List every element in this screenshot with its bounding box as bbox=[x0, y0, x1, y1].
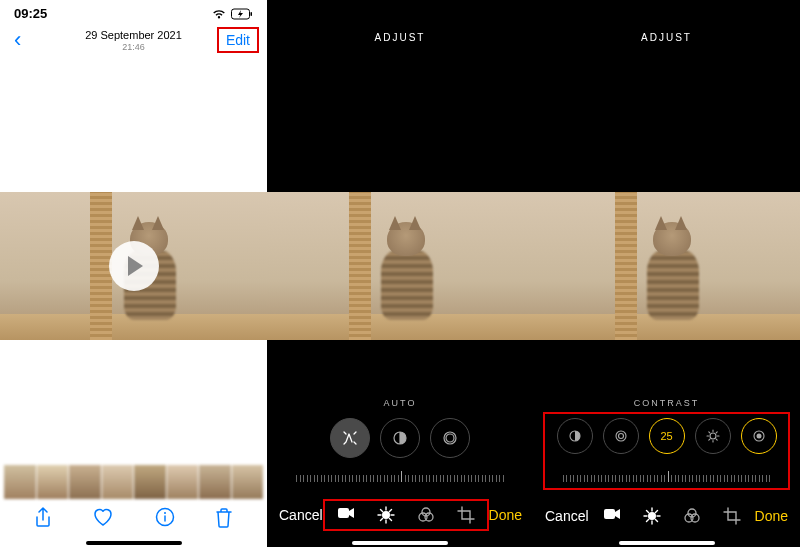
filters-tab-icon[interactable] bbox=[683, 507, 701, 525]
status-time: 09:25 bbox=[14, 6, 47, 21]
svg-point-3 bbox=[164, 512, 166, 514]
thumbnail[interactable] bbox=[232, 465, 264, 499]
svg-point-12 bbox=[616, 431, 626, 441]
thumbnail[interactable] bbox=[69, 465, 101, 499]
photos-detail-screen: 09:25 ‹ 29 September 2021 21:46 Edit bbox=[0, 0, 267, 547]
thumbnail[interactable] bbox=[37, 465, 69, 499]
edit-button[interactable]: Edit bbox=[217, 27, 259, 53]
mode-label: AUTO bbox=[267, 398, 533, 408]
cancel-button[interactable]: Cancel bbox=[279, 507, 323, 523]
svg-point-16 bbox=[756, 434, 761, 439]
video-preview[interactable] bbox=[267, 192, 533, 340]
home-indicator[interactable] bbox=[619, 541, 715, 545]
nav-bar: ‹ 29 September 2021 21:46 Edit bbox=[0, 23, 267, 59]
svg-point-14 bbox=[710, 433, 716, 439]
crop-tab-icon[interactable] bbox=[723, 507, 741, 525]
black-point-dial[interactable] bbox=[741, 418, 777, 454]
value-slider[interactable] bbox=[281, 468, 519, 482]
video-preview[interactable] bbox=[0, 192, 267, 340]
nav-date: 29 September 2021 bbox=[85, 29, 182, 41]
status-right bbox=[211, 8, 253, 20]
brightness-dial[interactable] bbox=[695, 418, 731, 454]
adjustment-dials: 25 bbox=[533, 418, 800, 454]
home-indicator[interactable] bbox=[86, 541, 182, 545]
thumbnail-strip[interactable] bbox=[4, 465, 263, 499]
done-button[interactable]: Done bbox=[755, 508, 788, 524]
edit-adjust-contrast-screen: ADJUST CONTRAST 25 Cancel bbox=[533, 0, 800, 547]
nav-time: 21:46 bbox=[85, 42, 182, 52]
value-slider[interactable] bbox=[547, 468, 786, 482]
adjust-tab-icon[interactable] bbox=[377, 506, 395, 524]
contrast-dial[interactable]: 25 bbox=[649, 418, 685, 454]
info-button[interactable] bbox=[155, 507, 175, 529]
editor-tool-tabs bbox=[323, 499, 489, 531]
wifi-icon bbox=[211, 8, 227, 20]
auto-dial[interactable] bbox=[330, 418, 370, 458]
favorite-button[interactable] bbox=[92, 507, 114, 529]
status-bar: 09:25 bbox=[0, 0, 267, 23]
video-tab-icon[interactable] bbox=[337, 506, 355, 524]
thumbnail[interactable] bbox=[134, 465, 166, 499]
thumbnail[interactable] bbox=[167, 465, 199, 499]
video-tab-icon[interactable] bbox=[603, 507, 621, 525]
play-button[interactable] bbox=[109, 241, 159, 291]
thumbnail[interactable] bbox=[4, 465, 36, 499]
brilliance-dial[interactable] bbox=[603, 418, 639, 454]
brilliance-dial[interactable] bbox=[430, 418, 470, 458]
crop-tab-icon[interactable] bbox=[457, 506, 475, 524]
adjustment-dials bbox=[267, 418, 533, 458]
delete-button[interactable] bbox=[215, 507, 233, 529]
video-preview[interactable] bbox=[533, 192, 800, 340]
cancel-button[interactable]: Cancel bbox=[545, 508, 589, 524]
svg-point-13 bbox=[618, 434, 623, 439]
filters-tab-icon[interactable] bbox=[417, 506, 435, 524]
edit-adjust-auto-screen: ADJUST AUTO Cancel Done bbox=[267, 0, 533, 547]
battery-charging-icon bbox=[231, 8, 253, 20]
adjust-header: ADJUST bbox=[533, 32, 800, 43]
thumbnail[interactable] bbox=[199, 465, 231, 499]
contrast-value: 25 bbox=[660, 430, 672, 442]
svg-rect-1 bbox=[251, 12, 253, 16]
svg-rect-17 bbox=[604, 509, 615, 519]
home-indicator[interactable] bbox=[352, 541, 448, 545]
thumbnail[interactable] bbox=[102, 465, 134, 499]
mode-label: CONTRAST bbox=[533, 398, 800, 408]
svg-rect-6 bbox=[338, 508, 349, 518]
share-button[interactable] bbox=[34, 507, 52, 529]
svg-point-18 bbox=[648, 512, 656, 520]
exposure-dial[interactable] bbox=[557, 418, 593, 454]
nav-title: 29 September 2021 21:46 bbox=[85, 29, 182, 52]
editor-tool-tabs bbox=[591, 501, 753, 531]
bottom-toolbar bbox=[0, 499, 267, 537]
exposure-dial[interactable] bbox=[380, 418, 420, 458]
adjust-tab-icon[interactable] bbox=[643, 507, 661, 525]
svg-point-7 bbox=[382, 511, 390, 519]
done-button[interactable]: Done bbox=[489, 507, 522, 523]
back-button[interactable]: ‹ bbox=[8, 27, 27, 53]
editor-toolbar: Cancel Done bbox=[267, 499, 533, 531]
play-icon bbox=[128, 256, 143, 276]
adjust-header: ADJUST bbox=[267, 32, 533, 43]
editor-toolbar: Cancel Done bbox=[533, 501, 800, 531]
